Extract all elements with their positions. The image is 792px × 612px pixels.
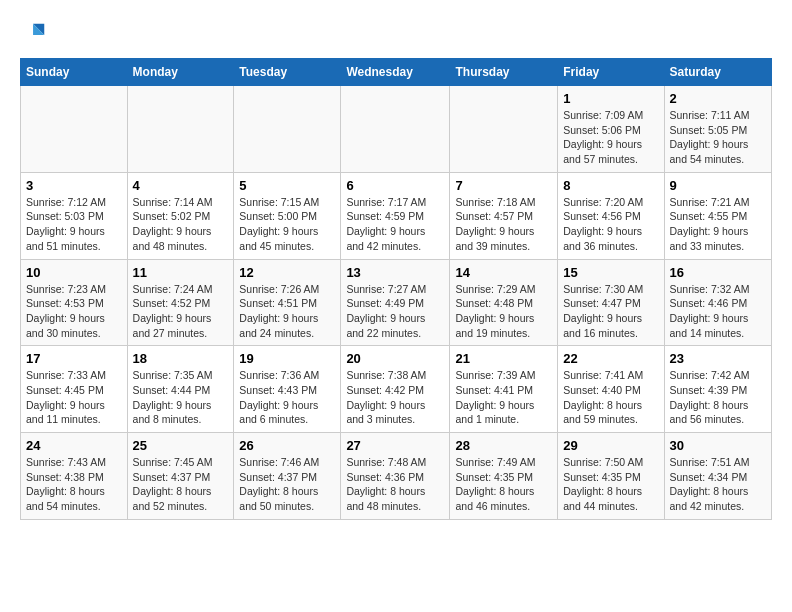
calendar-cell — [450, 86, 558, 173]
day-number: 8 — [563, 178, 658, 193]
calendar-cell: 10Sunrise: 7:23 AM Sunset: 4:53 PM Dayli… — [21, 259, 128, 346]
day-number: 5 — [239, 178, 335, 193]
day-number: 17 — [26, 351, 122, 366]
day-number: 3 — [26, 178, 122, 193]
day-info: Sunrise: 7:14 AM Sunset: 5:02 PM Dayligh… — [133, 195, 229, 254]
calendar-cell: 7Sunrise: 7:18 AM Sunset: 4:57 PM Daylig… — [450, 172, 558, 259]
day-info: Sunrise: 7:27 AM Sunset: 4:49 PM Dayligh… — [346, 282, 444, 341]
weekday-header-sunday: Sunday — [21, 59, 128, 86]
day-info: Sunrise: 7:23 AM Sunset: 4:53 PM Dayligh… — [26, 282, 122, 341]
day-info: Sunrise: 7:48 AM Sunset: 4:36 PM Dayligh… — [346, 455, 444, 514]
weekday-header-friday: Friday — [558, 59, 664, 86]
calendar-table: SundayMondayTuesdayWednesdayThursdayFrid… — [20, 58, 772, 520]
calendar-cell: 22Sunrise: 7:41 AM Sunset: 4:40 PM Dayli… — [558, 346, 664, 433]
week-row-5: 24Sunrise: 7:43 AM Sunset: 4:38 PM Dayli… — [21, 433, 772, 520]
day-info: Sunrise: 7:35 AM Sunset: 4:44 PM Dayligh… — [133, 368, 229, 427]
calendar-cell: 8Sunrise: 7:20 AM Sunset: 4:56 PM Daylig… — [558, 172, 664, 259]
day-info: Sunrise: 7:49 AM Sunset: 4:35 PM Dayligh… — [455, 455, 552, 514]
day-number: 14 — [455, 265, 552, 280]
logo-icon — [20, 20, 48, 48]
calendar-cell: 29Sunrise: 7:50 AM Sunset: 4:35 PM Dayli… — [558, 433, 664, 520]
day-info: Sunrise: 7:20 AM Sunset: 4:56 PM Dayligh… — [563, 195, 658, 254]
calendar-cell: 11Sunrise: 7:24 AM Sunset: 4:52 PM Dayli… — [127, 259, 234, 346]
calendar-cell: 19Sunrise: 7:36 AM Sunset: 4:43 PM Dayli… — [234, 346, 341, 433]
day-info: Sunrise: 7:29 AM Sunset: 4:48 PM Dayligh… — [455, 282, 552, 341]
calendar-cell: 21Sunrise: 7:39 AM Sunset: 4:41 PM Dayli… — [450, 346, 558, 433]
calendar-cell: 23Sunrise: 7:42 AM Sunset: 4:39 PM Dayli… — [664, 346, 772, 433]
day-info: Sunrise: 7:41 AM Sunset: 4:40 PM Dayligh… — [563, 368, 658, 427]
day-info: Sunrise: 7:12 AM Sunset: 5:03 PM Dayligh… — [26, 195, 122, 254]
calendar-cell — [127, 86, 234, 173]
day-info: Sunrise: 7:15 AM Sunset: 5:00 PM Dayligh… — [239, 195, 335, 254]
day-number: 15 — [563, 265, 658, 280]
calendar-cell: 4Sunrise: 7:14 AM Sunset: 5:02 PM Daylig… — [127, 172, 234, 259]
day-number: 23 — [670, 351, 767, 366]
day-info: Sunrise: 7:30 AM Sunset: 4:47 PM Dayligh… — [563, 282, 658, 341]
day-info: Sunrise: 7:11 AM Sunset: 5:05 PM Dayligh… — [670, 108, 767, 167]
calendar-cell — [341, 86, 450, 173]
day-number: 12 — [239, 265, 335, 280]
day-info: Sunrise: 7:43 AM Sunset: 4:38 PM Dayligh… — [26, 455, 122, 514]
day-number: 16 — [670, 265, 767, 280]
calendar-cell: 24Sunrise: 7:43 AM Sunset: 4:38 PM Dayli… — [21, 433, 128, 520]
weekday-header-thursday: Thursday — [450, 59, 558, 86]
day-number: 27 — [346, 438, 444, 453]
calendar-cell: 17Sunrise: 7:33 AM Sunset: 4:45 PM Dayli… — [21, 346, 128, 433]
day-info: Sunrise: 7:45 AM Sunset: 4:37 PM Dayligh… — [133, 455, 229, 514]
day-number: 2 — [670, 91, 767, 106]
calendar-cell: 26Sunrise: 7:46 AM Sunset: 4:37 PM Dayli… — [234, 433, 341, 520]
day-number: 11 — [133, 265, 229, 280]
calendar-cell: 25Sunrise: 7:45 AM Sunset: 4:37 PM Dayli… — [127, 433, 234, 520]
weekday-header-tuesday: Tuesday — [234, 59, 341, 86]
calendar-cell: 27Sunrise: 7:48 AM Sunset: 4:36 PM Dayli… — [341, 433, 450, 520]
day-info: Sunrise: 7:36 AM Sunset: 4:43 PM Dayligh… — [239, 368, 335, 427]
day-number: 22 — [563, 351, 658, 366]
day-number: 9 — [670, 178, 767, 193]
calendar-cell: 2Sunrise: 7:11 AM Sunset: 5:05 PM Daylig… — [664, 86, 772, 173]
day-info: Sunrise: 7:18 AM Sunset: 4:57 PM Dayligh… — [455, 195, 552, 254]
calendar-cell — [21, 86, 128, 173]
day-info: Sunrise: 7:46 AM Sunset: 4:37 PM Dayligh… — [239, 455, 335, 514]
weekday-header-row: SundayMondayTuesdayWednesdayThursdayFrid… — [21, 59, 772, 86]
day-info: Sunrise: 7:50 AM Sunset: 4:35 PM Dayligh… — [563, 455, 658, 514]
logo — [20, 20, 52, 48]
day-number: 7 — [455, 178, 552, 193]
day-info: Sunrise: 7:21 AM Sunset: 4:55 PM Dayligh… — [670, 195, 767, 254]
day-number: 6 — [346, 178, 444, 193]
calendar-cell: 5Sunrise: 7:15 AM Sunset: 5:00 PM Daylig… — [234, 172, 341, 259]
day-info: Sunrise: 7:33 AM Sunset: 4:45 PM Dayligh… — [26, 368, 122, 427]
day-number: 29 — [563, 438, 658, 453]
day-number: 20 — [346, 351, 444, 366]
day-number: 24 — [26, 438, 122, 453]
calendar-cell: 3Sunrise: 7:12 AM Sunset: 5:03 PM Daylig… — [21, 172, 128, 259]
calendar-cell: 28Sunrise: 7:49 AM Sunset: 4:35 PM Dayli… — [450, 433, 558, 520]
calendar-cell — [234, 86, 341, 173]
day-info: Sunrise: 7:24 AM Sunset: 4:52 PM Dayligh… — [133, 282, 229, 341]
calendar-cell: 20Sunrise: 7:38 AM Sunset: 4:42 PM Dayli… — [341, 346, 450, 433]
weekday-header-monday: Monday — [127, 59, 234, 86]
day-info: Sunrise: 7:09 AM Sunset: 5:06 PM Dayligh… — [563, 108, 658, 167]
calendar-cell: 13Sunrise: 7:27 AM Sunset: 4:49 PM Dayli… — [341, 259, 450, 346]
calendar-cell: 16Sunrise: 7:32 AM Sunset: 4:46 PM Dayli… — [664, 259, 772, 346]
day-info: Sunrise: 7:26 AM Sunset: 4:51 PM Dayligh… — [239, 282, 335, 341]
day-number: 21 — [455, 351, 552, 366]
page-header — [20, 20, 772, 48]
weekday-header-saturday: Saturday — [664, 59, 772, 86]
week-row-1: 1Sunrise: 7:09 AM Sunset: 5:06 PM Daylig… — [21, 86, 772, 173]
calendar-cell: 18Sunrise: 7:35 AM Sunset: 4:44 PM Dayli… — [127, 346, 234, 433]
week-row-3: 10Sunrise: 7:23 AM Sunset: 4:53 PM Dayli… — [21, 259, 772, 346]
day-number: 25 — [133, 438, 229, 453]
day-info: Sunrise: 7:42 AM Sunset: 4:39 PM Dayligh… — [670, 368, 767, 427]
calendar-cell: 15Sunrise: 7:30 AM Sunset: 4:47 PM Dayli… — [558, 259, 664, 346]
day-number: 19 — [239, 351, 335, 366]
day-number: 1 — [563, 91, 658, 106]
day-number: 13 — [346, 265, 444, 280]
calendar-cell: 14Sunrise: 7:29 AM Sunset: 4:48 PM Dayli… — [450, 259, 558, 346]
calendar-cell: 6Sunrise: 7:17 AM Sunset: 4:59 PM Daylig… — [341, 172, 450, 259]
day-number: 26 — [239, 438, 335, 453]
calendar-cell: 12Sunrise: 7:26 AM Sunset: 4:51 PM Dayli… — [234, 259, 341, 346]
calendar-cell: 30Sunrise: 7:51 AM Sunset: 4:34 PM Dayli… — [664, 433, 772, 520]
day-number: 10 — [26, 265, 122, 280]
day-number: 4 — [133, 178, 229, 193]
day-number: 18 — [133, 351, 229, 366]
